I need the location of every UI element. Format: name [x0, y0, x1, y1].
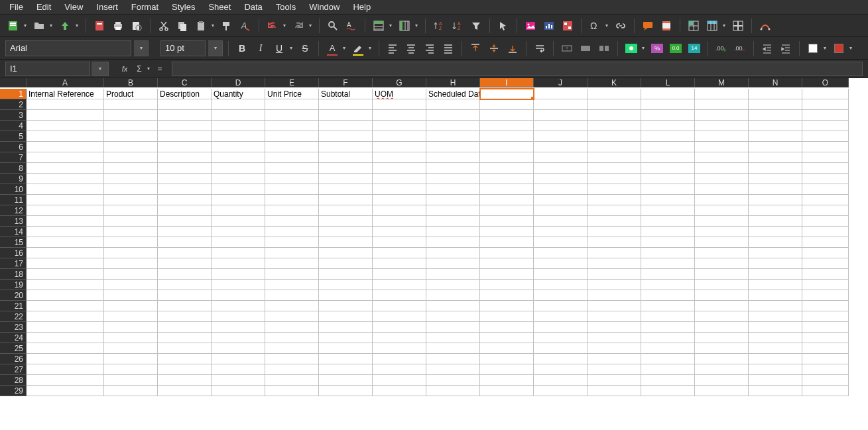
cell[interactable] [319, 258, 373, 269]
cell[interactable] [104, 258, 158, 269]
name-box[interactable]: I1 [5, 62, 90, 76]
cell[interactable] [802, 237, 849, 248]
cell[interactable] [265, 195, 319, 205]
cell[interactable] [319, 121, 373, 131]
cell[interactable] [802, 375, 849, 386]
cell[interactable]: Description [158, 89, 212, 99]
cell[interactable] [27, 364, 104, 375]
cell[interactable] [265, 375, 319, 386]
cell[interactable] [319, 174, 373, 184]
cell[interactable] [426, 152, 480, 163]
cell[interactable] [480, 343, 534, 354]
cell[interactable] [373, 280, 426, 290]
cell[interactable] [695, 142, 749, 152]
cell[interactable] [373, 227, 426, 237]
cell[interactable] [480, 163, 534, 174]
cell[interactable] [641, 110, 695, 121]
cell[interactable] [480, 354, 534, 364]
special-char-icon[interactable]: Ω [587, 18, 603, 34]
cell[interactable] [641, 301, 695, 311]
cell[interactable] [641, 333, 695, 343]
cell[interactable] [588, 121, 641, 131]
cell[interactable] [373, 333, 426, 343]
font-name-dropdown[interactable]: ▾ [134, 40, 149, 56]
name-box-dropdown[interactable]: ▾ [92, 62, 109, 76]
cell[interactable] [802, 343, 849, 354]
cell[interactable] [158, 258, 212, 269]
cell[interactable] [695, 258, 749, 269]
redo-dropdown[interactable]: ▾ [307, 18, 314, 34]
cell[interactable] [749, 89, 802, 99]
column-header[interactable]: O [802, 78, 849, 87]
strikethrough-icon[interactable]: S [297, 40, 313, 56]
cell[interactable] [749, 152, 802, 163]
cell[interactable] [158, 99, 212, 110]
cell[interactable] [534, 333, 588, 343]
cell[interactable] [212, 290, 265, 301]
cell[interactable] [319, 386, 373, 396]
cell[interactable] [319, 99, 373, 110]
cell[interactable] [641, 121, 695, 131]
cell[interactable] [212, 333, 265, 343]
cell[interactable] [802, 174, 849, 184]
cell[interactable] [641, 311, 695, 322]
cell[interactable] [695, 301, 749, 311]
cell[interactable] [480, 184, 534, 195]
clone-formatting-icon[interactable] [219, 18, 235, 34]
cell[interactable] [158, 354, 212, 364]
cell[interactable] [373, 121, 426, 131]
cell[interactable] [695, 184, 749, 195]
cell[interactable] [802, 99, 849, 110]
cell[interactable] [749, 322, 802, 333]
cell[interactable] [27, 110, 104, 121]
cell[interactable] [802, 142, 849, 152]
cell[interactable] [695, 237, 749, 248]
row-header[interactable]: 19 [0, 280, 27, 290]
cell[interactable] [588, 364, 641, 375]
decrease-indent-icon[interactable] [778, 40, 794, 56]
formula-equals-icon[interactable]: = [153, 62, 166, 76]
spellcheck-icon[interactable]: A [343, 18, 359, 34]
cell[interactable] [104, 322, 158, 333]
cell[interactable] [27, 237, 104, 248]
cell[interactable] [158, 110, 212, 121]
cell[interactable] [588, 248, 641, 258]
cell[interactable] [104, 99, 158, 110]
cell[interactable] [588, 174, 641, 184]
define-range-icon[interactable] [686, 18, 702, 34]
row-header[interactable]: 17 [0, 258, 27, 269]
cell[interactable] [426, 174, 480, 184]
cell[interactable] [802, 184, 849, 195]
cell[interactable] [802, 269, 849, 280]
cell[interactable] [695, 311, 749, 322]
cell[interactable] [749, 364, 802, 375]
cell[interactable] [480, 237, 534, 248]
cell[interactable] [104, 290, 158, 301]
column-header[interactable]: I [480, 78, 534, 87]
menu-view[interactable]: View [58, 1, 90, 13]
cell[interactable] [588, 142, 641, 152]
cell[interactable] [534, 311, 588, 322]
cell[interactable] [588, 269, 641, 280]
cell[interactable] [802, 163, 849, 174]
cell[interactable] [480, 322, 534, 333]
cell[interactable] [104, 311, 158, 322]
cell[interactable] [802, 354, 849, 364]
cell[interactable] [695, 248, 749, 258]
cell[interactable] [265, 99, 319, 110]
cell[interactable] [749, 205, 802, 216]
cell[interactable] [802, 258, 849, 269]
cell[interactable] [158, 248, 212, 258]
cell[interactable] [265, 227, 319, 237]
cell[interactable] [265, 343, 319, 354]
cell[interactable] [695, 99, 749, 110]
cell[interactable] [319, 301, 373, 311]
cell[interactable] [641, 195, 695, 205]
cell[interactable] [212, 343, 265, 354]
cell[interactable] [749, 301, 802, 311]
cell[interactable] [534, 216, 588, 227]
cell[interactable] [641, 174, 695, 184]
cell[interactable] [480, 280, 534, 290]
cell[interactable] [588, 375, 641, 386]
cell[interactable] [158, 301, 212, 311]
